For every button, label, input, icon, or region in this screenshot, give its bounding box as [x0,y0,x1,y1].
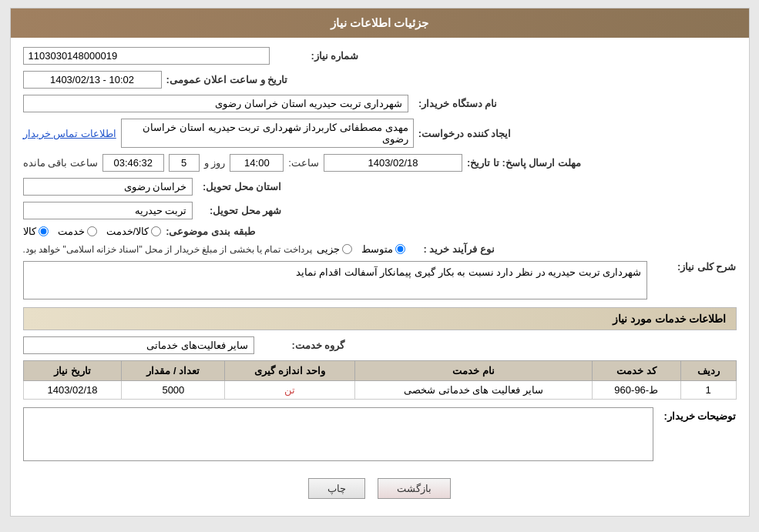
deadline-days: 5 [169,154,200,172]
col-code: کد خدمت [592,361,680,381]
cell-index: 1 [680,381,736,400]
purchase-type-small-label: جزیی [317,243,340,255]
creator-value: مهدی مصطفائی کاربرداز شهرداری تربت حیدری… [121,119,414,148]
col-index: ردیف [680,361,736,381]
category-radio-goods-services[interactable] [151,226,161,236]
table-row: 1 ط-96-960 سایر فعالیت های خدماتی شخصی ت… [23,381,736,400]
cell-code: ط-96-960 [592,381,680,400]
cell-unit: تن [225,381,355,400]
col-date: تاریخ نیاز [23,361,122,381]
category-label: طبقه بندی موضوعی: [166,226,255,237]
notes-label: توضیحات خریدار: [660,407,737,422]
back-button[interactable]: بازگشت [378,478,451,499]
deadline-days-label: روز و [204,157,226,169]
description-value: شهرداری تربت حیدریه در نظر دارد نسبت به … [23,261,647,299]
deadline-label: مهلت ارسال پاسخ: تا تاریخ: [467,157,581,169]
col-quantity: تعداد / مقدار [122,361,225,381]
print-button[interactable]: چاپ [308,478,365,499]
category-option-service[interactable]: خدمت [58,226,97,237]
remaining-label: ساعت باقی مانده [23,157,98,169]
category-radio-service[interactable] [87,226,97,236]
page-title: جزئیات اطلاعات نیاز [11,8,749,38]
purchase-type-label: نوع فرآیند خرید : [410,243,495,255]
col-unit: واحد اندازه گیری [225,361,355,381]
purchase-type-radio-medium[interactable] [395,244,405,254]
services-section-title: اطلاعات خدمات مورد نیاز [23,307,737,330]
service-group-value: سایر فعالیت‌های خدماتی [23,336,254,354]
deadline-time-label: ساعت: [288,157,319,169]
col-name: نام خدمت [354,361,592,381]
category-option-service-label: خدمت [58,226,85,237]
category-option-goods-services-label: کالا/خدمت [106,226,149,237]
buyer-org-value: شهرداری تربت حیدریه استان خراسان رضوی [23,95,408,112]
contact-link[interactable]: اطلاعات تماس خریدار [23,128,116,139]
category-option-goods-services[interactable]: کالا/خدمت [106,226,162,237]
creator-label: ایجاد کننده درخواست: [418,128,512,139]
cell-quantity: 5000 [122,381,225,400]
category-option-goods-label: کالا [23,226,36,237]
city-value: تربت حیدریه [23,202,193,219]
services-table: ردیف کد خدمت نام خدمت واحد اندازه گیری ت… [23,360,737,400]
category-radio-goods[interactable] [39,226,49,236]
date-value: 1403/02/13 - 10:02 [23,71,162,89]
province-value: خراسان رضوی [23,178,193,196]
need-number-value: 1103030148000019 [23,47,270,65]
date-label: تاریخ و ساعت اعلان عمومی: [166,74,288,85]
buyer-org-label: نام دستگاه خریدار: [413,98,498,109]
category-option-goods[interactable]: کالا [23,226,49,237]
purchase-type-radio-small[interactable] [342,244,352,254]
need-number-label: شماره نیاز: [274,50,359,62]
province-label: استان محل تحویل: [197,181,282,192]
deadline-time: 14:00 [230,154,284,172]
deadline-date: 1403/02/18 [324,154,462,172]
purchase-type-medium[interactable]: متوسط [361,243,405,255]
purchase-type-medium-label: متوسط [361,243,393,255]
purchase-type-small[interactable]: جزیی [317,243,352,255]
category-radio-group: کالا/خدمت خدمت کالا [23,226,162,237]
purchase-type-radio-group: متوسط جزیی [317,243,405,255]
city-label: شهر محل تحویل: [197,205,282,216]
buttons-row: بازگشت چاپ [23,470,737,507]
service-group-label: گروه خدمت: [260,340,345,351]
remaining-time: 03:46:32 [102,154,164,172]
cell-name: سایر فعالیت های خدماتی شخصی [354,381,592,400]
notes-value [23,407,653,461]
description-label: شرح کلی نیاز: [652,261,737,273]
cell-date: 1403/02/18 [23,381,122,400]
purchase-notice: پرداخت تمام یا بخشی از مبلغ خریدار از مح… [23,244,312,255]
